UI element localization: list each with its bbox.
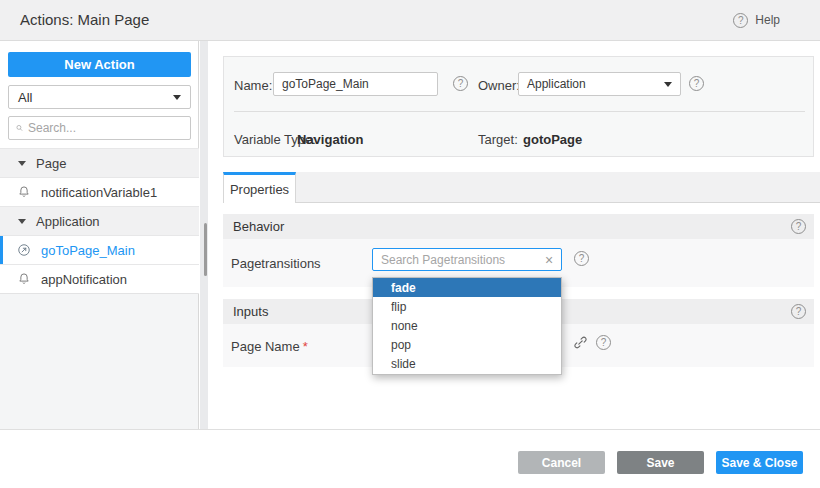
cancel-button[interactable]: Cancel bbox=[518, 451, 605, 474]
tree-group-page[interactable]: Page bbox=[0, 149, 199, 178]
help-icon bbox=[733, 13, 748, 28]
page-title: Actions: Main Page bbox=[20, 0, 149, 40]
tree-group-label: Application bbox=[36, 214, 100, 229]
save-close-button[interactable]: Save & Close bbox=[716, 451, 803, 474]
page-name-label: Page Name* bbox=[231, 338, 308, 353]
tree-item-label: appNotification bbox=[41, 272, 127, 287]
target-label: Target: bbox=[478, 132, 518, 147]
tree-item-gotopage-main[interactable]: goToPage_Main bbox=[0, 236, 199, 265]
action-summary-panel: Name:* Owner:* Application Variable Type… bbox=[223, 56, 814, 157]
pagetransitions-dropdown: fade flip none pop slide bbox=[372, 277, 562, 375]
footer-bar: Cancel Save Save & Close bbox=[0, 429, 820, 488]
chevron-down-icon bbox=[173, 95, 181, 100]
behavior-section-header: Behavior bbox=[223, 214, 814, 239]
filter-value: All bbox=[18, 90, 32, 105]
required-asterisk: * bbox=[303, 338, 308, 353]
notification-icon bbox=[17, 185, 32, 200]
chevron-down-icon bbox=[664, 82, 672, 87]
action-tree: Page notificationVariable1 Application bbox=[0, 148, 199, 294]
header-bar: Actions: Main Page Help bbox=[0, 0, 820, 41]
tree-group-label: Page bbox=[36, 156, 66, 171]
inputs-title: Inputs bbox=[233, 304, 268, 319]
pagetransitions-help-icon[interactable] bbox=[574, 251, 589, 266]
panel-divider bbox=[234, 111, 805, 112]
dropdown-option-fade[interactable]: fade bbox=[373, 278, 561, 297]
actions-sidebar: New Action All Page bbox=[0, 41, 199, 429]
pagetransitions-label: Pagetransitions bbox=[231, 256, 321, 271]
page-name-help-icon[interactable] bbox=[596, 335, 611, 350]
tab-strip: Properties bbox=[223, 172, 820, 203]
tree-item-label: notificationVariable1 bbox=[41, 185, 157, 200]
sidebar-search bbox=[8, 116, 191, 140]
new-action-button[interactable]: New Action bbox=[8, 52, 191, 77]
tab-properties[interactable]: Properties bbox=[223, 172, 296, 203]
pagetransitions-search-input[interactable] bbox=[373, 253, 545, 267]
name-help-icon[interactable] bbox=[453, 76, 468, 91]
target-value: gotoPage bbox=[523, 132, 582, 147]
inputs-help-icon[interactable] bbox=[791, 304, 806, 319]
help-label: Help bbox=[755, 13, 780, 27]
action-detail-panel: Name:* Owner:* Application Variable Type… bbox=[208, 41, 820, 429]
behavior-title: Behavior bbox=[233, 219, 284, 234]
bind-link-icon[interactable] bbox=[573, 335, 588, 350]
tree-item-label: goToPage_Main bbox=[41, 243, 135, 258]
actions-editor-window: Actions: Main Page Help New Action All P… bbox=[0, 0, 820, 488]
owner-select[interactable]: Application bbox=[518, 72, 681, 96]
navigation-icon bbox=[17, 243, 32, 258]
behavior-help-icon[interactable] bbox=[791, 219, 806, 234]
filter-select[interactable]: All bbox=[8, 85, 191, 109]
dropdown-option-flip[interactable]: flip bbox=[373, 297, 561, 316]
dropdown-option-pop[interactable]: pop bbox=[373, 336, 561, 355]
save-button[interactable]: Save bbox=[617, 451, 704, 474]
vertical-scrollbar-track[interactable] bbox=[200, 41, 208, 429]
dropdown-option-slide[interactable]: slide bbox=[373, 355, 561, 374]
name-input[interactable] bbox=[273, 72, 438, 96]
sidebar-empty-area bbox=[0, 293, 198, 429]
tree-caret-icon bbox=[18, 161, 26, 166]
variable-type-value: Navigation bbox=[297, 132, 363, 147]
vertical-scrollbar-thumb[interactable] bbox=[204, 223, 207, 276]
clear-icon[interactable] bbox=[545, 253, 561, 267]
pagetransitions-combobox bbox=[372, 248, 562, 271]
tree-item-notificationvariable1[interactable]: notificationVariable1 bbox=[0, 178, 199, 207]
owner-help-icon[interactable] bbox=[689, 76, 704, 91]
help-button[interactable]: Help bbox=[733, 0, 780, 40]
tree-caret-icon bbox=[18, 219, 26, 224]
dropdown-option-none[interactable]: none bbox=[373, 316, 561, 335]
owner-value: Application bbox=[527, 77, 586, 91]
tree-item-appnotification[interactable]: appNotification bbox=[0, 265, 199, 294]
search-icon bbox=[16, 122, 23, 134]
tree-group-application[interactable]: Application bbox=[0, 207, 199, 236]
notification-icon bbox=[17, 272, 32, 287]
sidebar-search-input[interactable] bbox=[28, 121, 183, 135]
